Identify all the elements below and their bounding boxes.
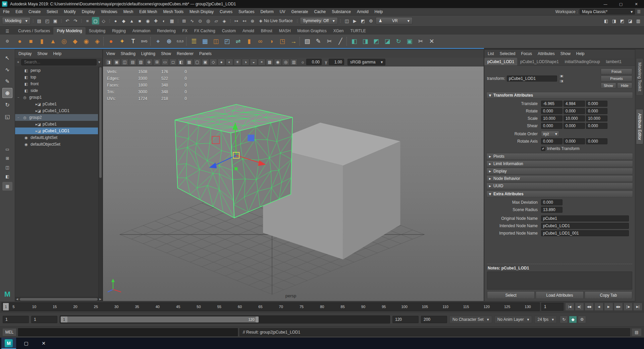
resolution-gate-icon[interactable]: ◻ — [169, 59, 177, 65]
exposure-field[interactable]: 0.00 — [306, 59, 322, 65]
outliner-item[interactable]: ◧ side — [15, 87, 98, 94]
outliner-pane-layout-icon[interactable]: ◧ — [3, 173, 12, 180]
attribute-editor-menu-item[interactable]: List — [488, 51, 494, 56]
poly-disc-icon[interactable]: ◉ — [81, 36, 91, 46]
live-surface-indicator[interactable]: ◈ No Live Surface — [257, 18, 295, 23]
scrollbar-thumb[interactable] — [99, 67, 102, 178]
extrude-icon[interactable]: ◰ — [222, 36, 232, 46]
outliner-item[interactable]: − ◎ group1 — [15, 94, 98, 101]
shelf-tab[interactable]: Rigging — [109, 27, 129, 35]
menu-item[interactable]: Modify — [61, 8, 78, 15]
shelf-tab[interactable]: Poly Modeling — [53, 27, 85, 35]
side-tab-attribute-editor[interactable]: Attribute Editor — [636, 109, 643, 144]
step-back-frame-button[interactable]: ◀│ — [575, 303, 584, 311]
value-x-field[interactable]: -6.965 — [541, 101, 562, 107]
wireframe-mode-icon[interactable]: ◇ — [210, 59, 217, 65]
mask-handles-icon[interactable]: ✚ — [152, 17, 160, 24]
mask-deformers-icon[interactable]: ◐ — [160, 17, 168, 24]
toggle-modeling-toolkit-icon[interactable]: ◧ — [602, 17, 610, 24]
poly-torus-icon[interactable]: ◎ — [59, 36, 69, 46]
step-back-key-button[interactable]: ◀◆ — [585, 303, 594, 311]
attribute-editor-menu-item[interactable]: Show — [560, 51, 571, 56]
shelf-tab[interactable]: FX — [179, 27, 191, 35]
lasso-select-tool-icon[interactable]: ∿ — [2, 64, 12, 74]
menu-item[interactable]: Edit Mesh — [136, 8, 160, 15]
ambient-occlusion-icon[interactable]: ◒ — [250, 59, 257, 65]
sphere-project-icon[interactable]: ◑ — [266, 36, 276, 46]
shelf-tab[interactable]: FX Caching — [191, 27, 219, 35]
anti-aliasing-icon[interactable]: ▩ — [266, 59, 273, 65]
menu-item[interactable]: Mesh Tools — [160, 8, 186, 15]
value-field[interactable]: 0.000 — [541, 199, 562, 205]
current-frame-field[interactable]: 1 — [541, 303, 564, 311]
smooth-shade-icon[interactable]: ● — [218, 59, 225, 65]
collapsed-section-header[interactable]: ▸ Display — [486, 168, 633, 174]
presets-button[interactable]: Presets — [601, 76, 632, 82]
range-track[interactable]: 1 120 — [60, 315, 390, 323]
split-pane-layout-icon[interactable]: ◫ — [3, 164, 12, 171]
value-field[interactable]: pCube1_LOD1_001 — [541, 230, 629, 236]
crease-tool-icon[interactable]: ╱ — [335, 36, 345, 46]
bevel-icon[interactable]: ▮ — [244, 36, 254, 46]
use-all-lights-icon[interactable]: ☀ — [234, 59, 241, 65]
menu-item[interactable]: Deform — [257, 8, 276, 15]
node-tab[interactable]: pCube1_LODShape1 — [517, 58, 562, 65]
play-backwards-button[interactable]: ◀ — [594, 303, 603, 311]
poly-pipe-icon[interactable]: ◈ — [92, 36, 102, 46]
collapsed-section-header[interactable]: ▸ Limit Information — [486, 160, 633, 167]
section-transform-attributes[interactable]: ▾ Transform Attributes — [486, 92, 633, 99]
gamma-icon[interactable]: γ — [325, 60, 327, 64]
menu-item[interactable]: Arnold — [354, 8, 372, 15]
value-z-field[interactable]: 0.000 — [586, 101, 607, 107]
combine-icon[interactable]: ☰ — [189, 36, 199, 46]
menu-item[interactable]: Display — [79, 8, 98, 15]
playback-range-bar[interactable]: 1 120 — [61, 316, 259, 322]
select-hierarchy-icon[interactable]: ≡ — [84, 17, 91, 24]
motion-blur-icon[interactable]: ◓ — [258, 59, 265, 65]
outliner-menu-item[interactable]: Help — [53, 51, 61, 56]
collapsed-section-header[interactable]: ▸ Node Behavior — [486, 175, 633, 182]
mask-joints-icon[interactable]: ◉ — [144, 17, 152, 24]
value-y-field[interactable]: 0.000 — [564, 108, 585, 114]
gate-mask-icon[interactable]: ◧ — [177, 59, 185, 65]
toggle-tool-settings-icon[interactable]: ◩ — [619, 17, 626, 24]
playback-end-field[interactable]: 120 — [392, 316, 419, 323]
input-connections-icon[interactable]: ↦ — [233, 17, 240, 24]
notes-textarea[interactable] — [487, 271, 632, 290]
expand-toggle-icon[interactable]: − — [16, 116, 21, 119]
menu-item[interactable]: Mesh Display — [186, 8, 217, 15]
timeline-track[interactable]: 5101520253035404550556065707580859095100… — [2, 302, 540, 311]
mask-points-icon[interactable]: ● — [112, 17, 119, 24]
attribute-editor-menu-item[interactable]: Attributes — [538, 51, 555, 56]
value-y-field[interactable]: 0.000 — [564, 138, 585, 144]
mirror-icon[interactable]: ◧ — [349, 36, 359, 46]
super-shape-icon[interactable]: ✦ — [117, 36, 127, 46]
value-x-field[interactable]: 0.000 — [541, 138, 562, 144]
svg-tool-icon[interactable]: SVG — [139, 36, 149, 46]
outliner-item[interactable]: ▸◪ pCube1 — [15, 101, 98, 107]
move-tool-icon[interactable]: ⊕ — [2, 88, 12, 98]
retopologize-icon[interactable]: ↻ — [393, 36, 404, 46]
make-live-icon[interactable]: ◈ — [221, 17, 228, 24]
shelf-tab[interactable]: MASH — [276, 27, 294, 35]
shelf-tab[interactable]: TURTLE — [347, 27, 369, 35]
outliner-item[interactable]: ▸◪ pCube1 — [15, 121, 98, 128]
minimize-button[interactable]: — — [598, 0, 613, 8]
menu-item[interactable]: Select — [44, 8, 61, 15]
toggle-attribute-editor-icon[interactable]: ◨ — [610, 17, 618, 24]
field-chart-icon[interactable]: ▦ — [185, 59, 193, 65]
toggle-channel-box-icon[interactable]: ◪ — [627, 17, 634, 24]
select-camera-icon[interactable]: ◨ — [105, 59, 112, 65]
value-y-field[interactable]: 0.000 — [564, 123, 585, 129]
viewport-menu-item[interactable]: View — [106, 51, 115, 56]
select-component-type-icon[interactable]: ◇ — [100, 17, 107, 24]
value-field[interactable]: pCube1 — [541, 215, 629, 221]
node-tab[interactable]: pCube1_LOD1 — [484, 58, 517, 65]
textured-mode-icon[interactable]: ◐ — [226, 59, 233, 65]
scrollbar-thumb[interactable] — [20, 298, 98, 301]
outliner-item[interactable]: ◧ persp — [15, 67, 98, 74]
hide-button[interactable]: Hide — [617, 83, 633, 89]
value-field[interactable]: 13.890 — [541, 207, 562, 213]
boolean-icon[interactable]: ◫ — [211, 36, 221, 46]
shelf-tab[interactable]: Rendering — [154, 27, 179, 35]
